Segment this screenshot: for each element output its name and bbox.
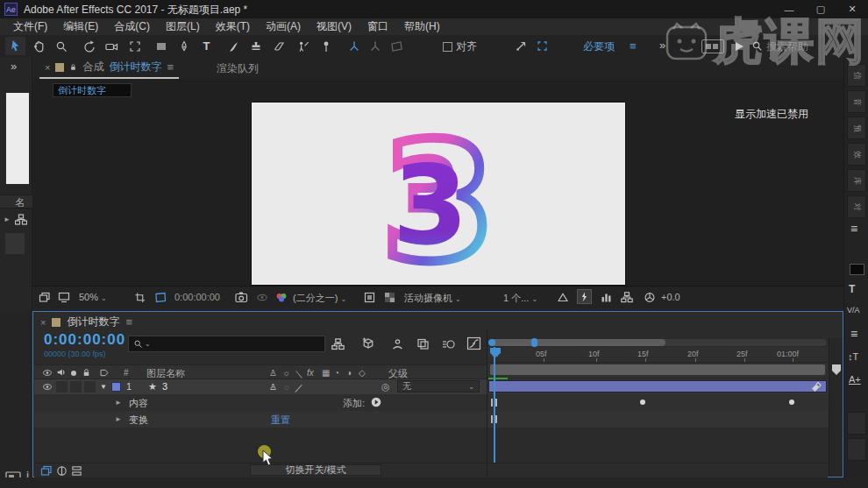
exposure-value[interactable]: +0.0 bbox=[661, 292, 680, 302]
transform-expand-arrow[interactable]: ► bbox=[115, 415, 122, 423]
tab-tracker-panel[interactable] bbox=[847, 438, 866, 461]
exposure-shutter-icon[interactable] bbox=[644, 292, 656, 303]
mini-flowchart-icon[interactable] bbox=[621, 292, 633, 303]
brainstorm-bottom-icon[interactable] bbox=[71, 465, 82, 477]
type-tool-icon[interactable]: T bbox=[196, 37, 217, 55]
tab-info-panel[interactable]: 信 bbox=[847, 64, 866, 87]
nav-zoom-handle[interactable] bbox=[531, 338, 537, 347]
transform-label[interactable]: 变换 bbox=[129, 414, 148, 427]
dock-menu-icon[interactable]: ≡ bbox=[850, 222, 857, 236]
expand-layers-icon[interactable] bbox=[40, 465, 53, 477]
tab-effects-presets-panel[interactable]: 效 bbox=[847, 143, 866, 166]
layered-views-icon[interactable] bbox=[39, 292, 51, 303]
menu-composition[interactable]: 合成(C) bbox=[106, 19, 158, 34]
layer-shy-toggle[interactable]: ♙ bbox=[269, 382, 277, 392]
minimize-button[interactable]: — bbox=[773, 0, 805, 18]
pen-tool-icon[interactable] bbox=[174, 37, 194, 55]
channel-rgb-icon[interactable] bbox=[275, 292, 288, 303]
tab-paragraph-panel[interactable] bbox=[847, 412, 866, 435]
view-axis-mode-icon[interactable] bbox=[386, 37, 406, 55]
workspace-selector[interactable]: 必要项 bbox=[583, 39, 615, 54]
project-thumbnail[interactable] bbox=[6, 93, 29, 184]
transform-property-row[interactable]: ► 变换 重置 bbox=[34, 411, 487, 428]
rotation-tool-icon[interactable] bbox=[79, 37, 99, 55]
nav-start-handle[interactable] bbox=[488, 339, 495, 346]
viewer-timecode[interactable]: 0:00:00:00 bbox=[174, 292, 220, 302]
timeline-nav-bar[interactable] bbox=[487, 338, 829, 347]
toolbar-overflow-icon[interactable]: » bbox=[659, 39, 665, 52]
menu-layer[interactable]: 图层(L) bbox=[158, 19, 208, 34]
contents-expand-arrow[interactable]: ► bbox=[115, 399, 122, 407]
menu-file[interactable]: 文件(F) bbox=[5, 19, 55, 34]
menu-help[interactable]: 帮助(H) bbox=[396, 19, 448, 34]
font-size-icon[interactable]: T bbox=[849, 283, 855, 295]
layer-row[interactable]: ▼ 1 ★ 3 ♙ ☼ ／ ◎ 无⌄ bbox=[34, 379, 487, 394]
selection-tool-icon[interactable] bbox=[5, 37, 25, 55]
timeline-vscroll-strip[interactable] bbox=[829, 338, 843, 477]
tab-align-panel[interactable]: 对 bbox=[847, 195, 866, 218]
fast-preview-icon[interactable] bbox=[577, 289, 592, 304]
fill-color-swatch[interactable] bbox=[850, 264, 864, 275]
layer-quality-toggle[interactable]: ☼ bbox=[282, 382, 290, 392]
view-count-dropdown[interactable]: 1 个... ⌄ bbox=[503, 292, 537, 305]
tab-library-panel[interactable]: 库 bbox=[847, 169, 866, 192]
clone-stamp-tool-icon[interactable] bbox=[245, 37, 266, 55]
safe-area-icon[interactable] bbox=[154, 292, 167, 303]
layer-eye-icon[interactable] bbox=[41, 382, 53, 392]
snap-toggle[interactable]: 对齐 bbox=[443, 39, 477, 54]
keyframe-dot[interactable] bbox=[640, 400, 645, 405]
frame-blend-bottom-icon[interactable] bbox=[56, 465, 68, 477]
transparency-grid-icon[interactable] bbox=[384, 292, 395, 303]
show-snapshot-eye-icon[interactable] bbox=[256, 292, 268, 303]
layer-duration-row[interactable] bbox=[487, 379, 829, 394]
node-arrow-icon[interactable] bbox=[511, 37, 531, 55]
vertical-scale-icon[interactable]: ↕T bbox=[848, 351, 858, 362]
snapshot-camera-icon[interactable] bbox=[235, 292, 248, 303]
playhead-handle[interactable] bbox=[489, 347, 502, 358]
world-axis-mode-icon[interactable] bbox=[365, 37, 385, 55]
work-area-row[interactable] bbox=[487, 363, 829, 378]
resolution-dropdown[interactable]: (二分之一) ⌄ bbox=[293, 292, 346, 305]
parent-pickwhip-icon[interactable]: ◎ bbox=[381, 381, 390, 393]
crop-region-icon[interactable] bbox=[134, 292, 146, 303]
timeline-timecode[interactable]: 0:00:00:00 bbox=[44, 331, 125, 349]
zoom-tool-icon[interactable] bbox=[51, 37, 71, 55]
work-area-bar[interactable] bbox=[490, 364, 825, 375]
layer-effects-toggle[interactable]: ／ bbox=[295, 382, 303, 394]
shy-layers-icon[interactable] bbox=[391, 338, 404, 350]
draft-3d-icon[interactable] bbox=[361, 336, 375, 350]
monitor-icon[interactable] bbox=[58, 292, 70, 303]
region-of-interest-icon[interactable] bbox=[364, 292, 375, 303]
local-axis-mode-icon[interactable] bbox=[344, 37, 364, 55]
maximize-button[interactable]: ▢ bbox=[805, 0, 836, 18]
zoom-level-dropdown[interactable]: 50% ⌄ bbox=[79, 292, 107, 302]
search-help-input[interactable] bbox=[765, 39, 838, 54]
snap-checkbox[interactable] bbox=[443, 42, 452, 52]
menu-animation[interactable]: 动画(A) bbox=[258, 19, 309, 34]
menu-view[interactable]: 视图(V) bbox=[309, 19, 359, 34]
mask-corner-icon[interactable] bbox=[532, 37, 552, 55]
leading-icon[interactable]: ≡ bbox=[850, 327, 857, 341]
parent-dropdown[interactable]: 无⌄ bbox=[397, 380, 480, 393]
contents-label[interactable]: 内容 bbox=[129, 397, 148, 410]
solo-cell[interactable] bbox=[70, 381, 82, 393]
comp-mini-flowchart-icon[interactable] bbox=[331, 338, 345, 350]
pan-behind-tool-icon[interactable] bbox=[125, 37, 145, 55]
project-name-column[interactable]: 名 bbox=[0, 194, 32, 209]
puppet-pin-tool-icon[interactable] bbox=[316, 37, 336, 55]
lock-cell[interactable] bbox=[84, 381, 96, 393]
tab-composition[interactable]: × 合成 倒计时数字 ≡ bbox=[39, 57, 179, 79]
project-row-arrow[interactable]: ► bbox=[4, 216, 11, 223]
composition-icon[interactable] bbox=[15, 214, 27, 225]
workspace-menu-icon[interactable]: ≡ bbox=[630, 39, 637, 53]
tab-menu-icon[interactable]: ≡ bbox=[167, 60, 174, 74]
layer-expand-arrow[interactable]: ▼ bbox=[100, 383, 107, 391]
roto-brush-tool-icon[interactable] bbox=[293, 37, 313, 55]
project-expand-icon[interactable]: » bbox=[11, 60, 17, 73]
timeline-histogram-icon[interactable] bbox=[601, 292, 613, 303]
tab-render-queue[interactable]: 渲染队列 bbox=[217, 61, 259, 76]
playhead-line[interactable] bbox=[494, 347, 495, 463]
comp-canvas[interactable]: 3 3 bbox=[252, 103, 625, 285]
camera-view-dropdown[interactable]: 活动摄像机 ⌄ bbox=[404, 292, 461, 305]
work-area-end-marker[interactable] bbox=[831, 364, 842, 376]
